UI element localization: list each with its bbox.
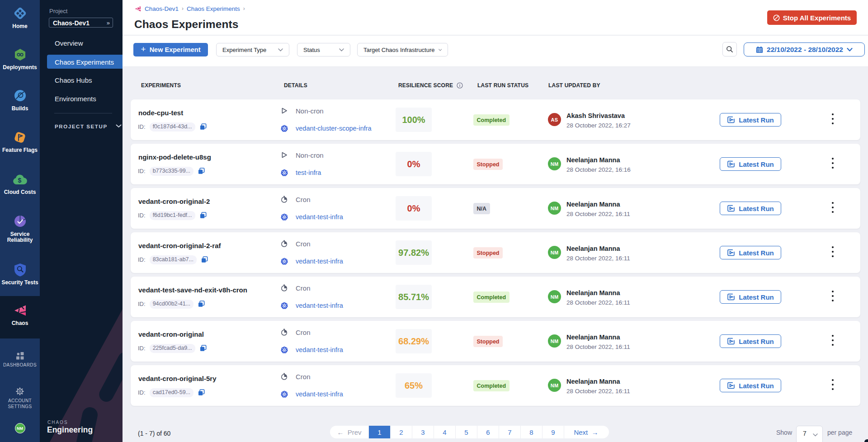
svg-text:$: $: [18, 176, 22, 183]
